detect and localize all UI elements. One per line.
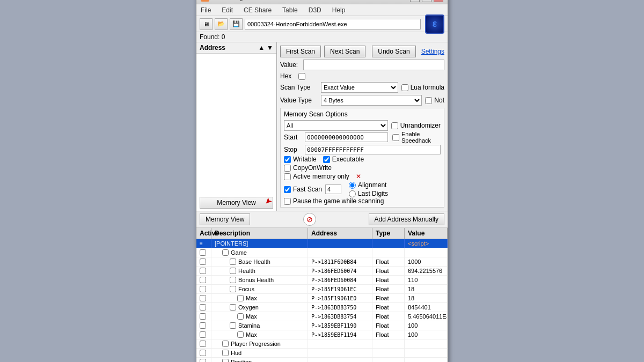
no-entry-icon[interactable]: ⊘	[303, 213, 316, 226]
x-mark-icon[interactable]: ✕	[356, 173, 361, 180]
col-address: Address	[308, 228, 372, 239]
cell-type	[372, 339, 405, 348]
region-select[interactable]: All	[284, 120, 388, 131]
settings-link[interactable]: Settings	[421, 48, 444, 55]
row-active-checkbox[interactable]	[200, 304, 206, 311]
sort-desc-icon[interactable]: ▼	[267, 44, 273, 51]
table-row[interactable]: StaminaP->1859EBF1190Float100	[196, 321, 448, 330]
table-row[interactable]: Hud	[196, 349, 448, 358]
row-active-checkbox[interactable]	[200, 341, 206, 347]
value-type-select[interactable]: 1 Byte 2 Bytes 4 Bytes 8 Bytes Float Dou…	[321, 95, 422, 106]
desc-text: Health	[238, 268, 255, 274]
lua-formula-checkbox[interactable]	[401, 84, 408, 91]
close-button[interactable]: ✕	[434, 0, 443, 2]
cell-description: [POINTERS]	[211, 239, 308, 248]
enable-speedhack-checkbox[interactable]	[392, 134, 399, 141]
active-memory-checkbox[interactable]	[284, 173, 291, 180]
row-active-checkbox[interactable]	[200, 295, 206, 301]
desc-checkbox[interactable]	[230, 268, 236, 274]
pause-checkbox[interactable]	[284, 198, 291, 205]
executable-checkbox[interactable]	[323, 156, 330, 163]
desc-checkbox[interactable]	[237, 295, 244, 301]
monitor-icon[interactable]: 🖥	[200, 18, 213, 30]
table-row[interactable]: MaxP->185F19061E0Float18	[196, 294, 448, 303]
scan-type-select[interactable]: Exact Value Bigger than... Smaller than.…	[321, 82, 398, 93]
desc-checkbox[interactable]	[237, 313, 244, 320]
menu-ce-share[interactable]: CE Share	[241, 6, 274, 14]
menu-file[interactable]: File	[199, 6, 213, 14]
desc-checkbox[interactable]	[230, 277, 236, 283]
found-label: Found: 0	[200, 33, 225, 41]
save-icon[interactable]: 💾	[230, 18, 243, 30]
desc-checkbox[interactable]	[222, 359, 229, 362]
undo-scan-button[interactable]: Undo Scan	[372, 46, 415, 57]
table-row[interactable]: ≡[POINTERS]<script>	[196, 239, 448, 248]
table-row[interactable]: HealthP->186FED60074Float694.2215576	[196, 267, 448, 276]
cell-active	[196, 267, 211, 275]
table-row[interactable]: Player Progression	[196, 339, 448, 349]
cell-type: Float	[372, 257, 405, 266]
fast-scan-row: Fast Scan Alignment Last Digits	[284, 181, 441, 197]
cell-active	[196, 248, 211, 257]
row-active-checkbox[interactable]	[200, 350, 206, 356]
title-bar: ⚙ Cheat Engine 7.5 ─ □ ✕	[196, 0, 448, 4]
start-input[interactable]	[305, 132, 388, 142]
desc-checkbox[interactable]	[222, 249, 229, 256]
desc-checkbox[interactable]	[230, 258, 236, 265]
desc-checkbox[interactable]	[222, 350, 229, 356]
row-active-checkbox[interactable]	[200, 268, 206, 274]
desc-checkbox[interactable]	[230, 322, 236, 329]
maximize-button[interactable]: □	[422, 0, 431, 2]
row-active-checkbox[interactable]	[200, 277, 206, 283]
alignment-radio[interactable]	[349, 182, 356, 189]
last-digits-radio[interactable]	[349, 190, 356, 197]
folder-icon[interactable]: 📂	[215, 18, 228, 30]
first-scan-button[interactable]: First Scan	[280, 46, 321, 57]
row-active-checkbox[interactable]	[200, 359, 206, 362]
stop-input[interactable]	[305, 145, 441, 154]
memory-view-button-bottom[interactable]: Memory View	[200, 213, 250, 225]
desc-checkbox[interactable]	[230, 286, 236, 292]
menu-help[interactable]: Help	[330, 6, 348, 14]
desc-text: Focus	[238, 286, 254, 292]
value-input[interactable]	[303, 60, 444, 70]
table-row[interactable]: MaxP->1863DB83754Float5.465064011E-43	[196, 312, 448, 321]
table-row[interactable]: Bonus HealthP->186FED60084Float110	[196, 276, 448, 285]
sort-asc-icon[interactable]: ▲	[258, 44, 265, 51]
writable-checkbox[interactable]	[284, 156, 291, 163]
table-row[interactable]: MaxP->1859EBF1194Float100	[196, 330, 448, 339]
enable-speedhack-text: Enable Speedhack	[401, 131, 441, 144]
memory-view-button[interactable]: Memory View	[200, 197, 273, 209]
table-row[interactable]: Base HealthP->1811F6D0B84Float1000	[196, 257, 448, 267]
next-scan-button[interactable]: Next Scan	[324, 46, 365, 57]
table-row[interactable]: OxygenP->1863DB83750Float8454401	[196, 303, 448, 312]
table-row[interactable]: FocusP->185F19061ECFloat18	[196, 285, 448, 294]
desc-checkbox[interactable]	[230, 304, 236, 311]
minimize-button[interactable]: ─	[410, 0, 420, 2]
copy-on-write-checkbox[interactable]	[284, 165, 291, 172]
add-address-button[interactable]: Add Address Manually	[369, 213, 444, 225]
menu-edit[interactable]: Edit	[219, 6, 235, 14]
unrandomizer-checkbox[interactable]	[391, 122, 398, 129]
row-active-checkbox[interactable]	[200, 331, 206, 338]
right-panel: First Scan Next Scan Undo Scan Settings …	[277, 42, 448, 211]
menu-table[interactable]: Table	[280, 6, 300, 14]
table-row[interactable]: Position	[196, 358, 448, 362]
cell-address	[308, 339, 372, 348]
row-active-checkbox[interactable]	[200, 313, 206, 320]
desc-text: Bonus Health	[238, 277, 274, 283]
hex-checkbox[interactable]	[298, 73, 305, 80]
desc-checkbox[interactable]	[222, 341, 229, 347]
row-active-checkbox[interactable]	[200, 258, 206, 265]
row-active-checkbox[interactable]	[200, 249, 206, 256]
row-active-checkbox[interactable]	[200, 322, 206, 329]
fast-scan-input[interactable]	[325, 184, 341, 194]
desc-checkbox[interactable]	[237, 331, 244, 338]
not-checkbox[interactable]	[425, 97, 432, 104]
table-row[interactable]: Game	[196, 248, 448, 257]
row-active-checkbox[interactable]	[200, 286, 206, 292]
last-digits-text: Last Digits	[358, 190, 388, 197]
menu-d3d[interactable]: D3D	[306, 6, 324, 14]
cell-active	[196, 303, 211, 312]
fast-scan-checkbox[interactable]	[284, 186, 291, 193]
